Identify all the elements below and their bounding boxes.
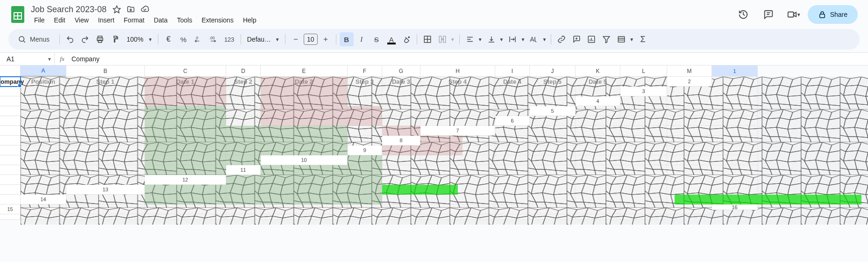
cell-A16[interactable] [0, 214, 21, 220]
name-box[interactable]: A1 [0, 55, 45, 63]
insert-link-button[interactable] [555, 32, 569, 46]
row-header-1[interactable]: 1 [712, 66, 758, 77]
decrease-font-button[interactable] [289, 32, 303, 46]
col-header-D[interactable]: D [226, 66, 261, 77]
document-title[interactable]: Job Search 2023-08 [30, 5, 107, 15]
row-header-12[interactable]: 12 [145, 175, 226, 185]
row-header-4[interactable]: 4 [576, 96, 620, 106]
insert-chart-button[interactable] [584, 32, 598, 46]
row-header-5[interactable]: 5 [530, 106, 576, 116]
history-icon[interactable] [734, 5, 753, 24]
col-header-M[interactable]: M [667, 66, 712, 77]
cell-K11[interactable] [0, 175, 21, 185]
fill-color-button[interactable] [399, 32, 413, 46]
col-header-G[interactable]: G [382, 66, 420, 77]
menu-view[interactable]: View [71, 15, 93, 25]
text-rotation-button[interactable]: A ▼ [527, 32, 548, 46]
insert-comment-button[interactable] [569, 32, 583, 46]
row-header-7[interactable]: 7 [420, 126, 495, 136]
format-123-button[interactable]: 123 [221, 32, 237, 46]
print-button[interactable] [93, 32, 107, 46]
move-icon[interactable] [126, 5, 135, 14]
menu-data[interactable]: Data [149, 15, 172, 25]
row-header-10[interactable]: 10 [261, 155, 348, 165]
search-menus[interactable]: Menus [14, 33, 56, 45]
row-header-3[interactable]: 3 [620, 87, 667, 96]
col-header-J[interactable]: J [530, 66, 576, 77]
col-header-F[interactable]: F [348, 66, 382, 77]
h-align-button[interactable]: ▼ [463, 32, 484, 46]
menu-edit[interactable]: Edit [50, 15, 70, 25]
cell-E5[interactable] [0, 116, 21, 126]
strikethrough-button[interactable]: S [370, 32, 384, 46]
zoom-dropdown[interactable]: 100% ▼ [123, 36, 155, 43]
row-header-9[interactable]: 9 [348, 146, 382, 155]
cell-D4[interactable] [0, 106, 21, 116]
font-family-dropdown[interactable]: Default… ▼ [244, 36, 282, 43]
cell-J10[interactable] [0, 165, 21, 175]
col-header-E[interactable]: E [261, 66, 348, 77]
select-all-corner[interactable] [0, 66, 21, 77]
row-header-2[interactable]: 2 [667, 77, 712, 87]
row-header-16[interactable]: 16 [712, 204, 758, 210]
row-header-6[interactable]: 6 [495, 116, 530, 126]
col-header-A[interactable]: A [21, 66, 66, 77]
cell-C3[interactable] [0, 96, 21, 106]
menu-format[interactable]: Format [120, 15, 149, 25]
cell-H8[interactable] [0, 146, 21, 155]
filter-views-button[interactable]: ▼ [614, 32, 635, 46]
menu-insert[interactable]: Insert [94, 15, 119, 25]
title-row: Job Search 2023-08 [30, 3, 734, 15]
cell-G7[interactable] [0, 136, 21, 146]
share-button[interactable]: Share [808, 5, 858, 24]
cloud-status-icon[interactable] [140, 5, 149, 14]
functions-button[interactable]: Σ [636, 32, 650, 46]
currency-button[interactable]: € [162, 32, 176, 46]
row-header-15[interactable]: 15 [0, 204, 21, 214]
col-header-L[interactable]: L [620, 66, 667, 77]
font-size-input[interactable]: 10 [304, 34, 318, 45]
bold-button[interactable]: B [340, 32, 354, 46]
v-align-button[interactable]: ▼ [484, 32, 505, 46]
menu-extensions[interactable]: Extensions [197, 15, 237, 25]
comments-icon[interactable] [759, 5, 778, 24]
borders-button[interactable] [420, 32, 434, 46]
menus-label: Menus [30, 36, 50, 43]
chevron-down-icon: ▼ [519, 37, 526, 42]
col-header-K[interactable]: K [576, 66, 620, 77]
name-box-dropdown[interactable]: ▼ [45, 57, 54, 62]
cell-I9[interactable] [0, 155, 21, 165]
row-header-14[interactable]: 14 [21, 195, 66, 204]
decrease-decimal-button[interactable]: .0 [192, 32, 206, 46]
row-header-11[interactable]: 11 [226, 165, 261, 175]
cell-F6[interactable] [0, 126, 21, 136]
cell-M13[interactable] [0, 195, 21, 204]
redo-button[interactable] [78, 32, 92, 46]
increase-font-button[interactable] [319, 32, 333, 46]
merge-cells-button[interactable]: ▼ [435, 32, 456, 46]
text-color-button[interactable]: A [384, 32, 398, 46]
menu-file[interactable]: File [30, 15, 49, 25]
col-header-I[interactable]: I [495, 66, 530, 77]
cell-L12[interactable] [0, 185, 21, 195]
col-header-C[interactable]: C [145, 66, 226, 77]
row-header-13[interactable]: 13 [66, 185, 145, 195]
increase-decimal-button[interactable]: .00 [206, 32, 221, 46]
menu-help[interactable]: Help [239, 15, 261, 25]
meet-button[interactable]: ▼ [784, 5, 801, 24]
wrap-text-button[interactable]: ▼ [505, 32, 526, 46]
formula-input[interactable]: Company [70, 55, 868, 63]
undo-button[interactable] [63, 32, 77, 46]
filter-button[interactable] [599, 32, 613, 46]
percent-button[interactable]: % [177, 32, 191, 46]
cell-A1[interactable]: Company [0, 77, 21, 87]
col-header-H[interactable]: H [420, 66, 495, 77]
star-icon[interactable] [112, 5, 121, 14]
menu-tools[interactable]: Tools [173, 15, 197, 25]
sheets-logo[interactable] [8, 5, 27, 24]
row-header-8[interactable]: 8 [382, 136, 420, 146]
italic-button[interactable]: I [355, 32, 369, 46]
cell-B2[interactable] [0, 87, 21, 96]
col-header-B[interactable]: B [66, 66, 145, 77]
paint-format-button[interactable] [108, 32, 122, 46]
